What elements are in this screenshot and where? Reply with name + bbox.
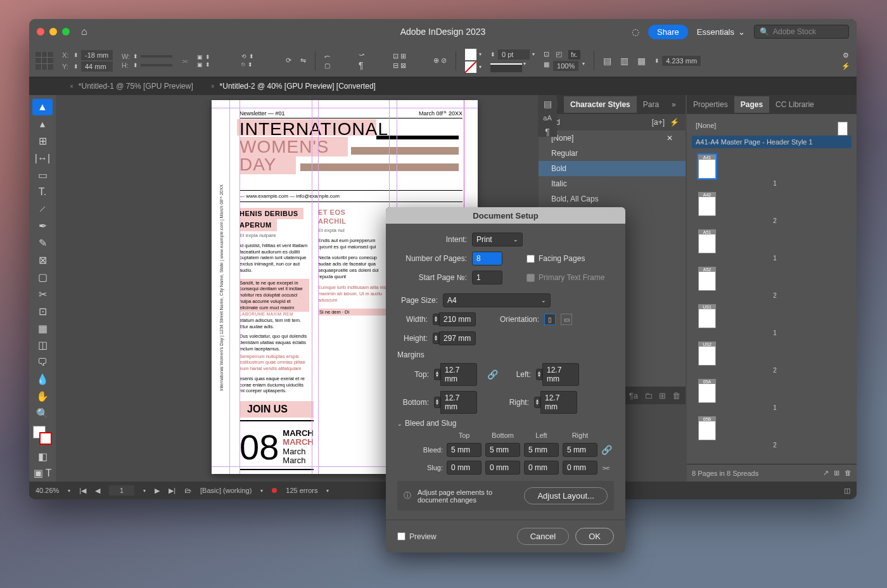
new-icon[interactable]: ⊞ xyxy=(659,391,666,400)
direct-selection-tool[interactable]: ▴ xyxy=(32,116,53,132)
lightning-icon[interactable]: ⚡ xyxy=(841,62,850,70)
scissors-tool[interactable]: ✂ xyxy=(32,286,53,302)
page-thumb[interactable]: 05B xyxy=(698,416,716,440)
maximize-window-button[interactable] xyxy=(62,28,70,35)
bleed-bottom[interactable]: 5 mm xyxy=(485,443,520,457)
link-slug-icon[interactable]: ⫘ xyxy=(601,463,614,473)
primary-text-frame-checkbox[interactable]: Primary Text Frame xyxy=(526,273,604,282)
zoom-level[interactable]: 40.26% xyxy=(35,487,59,494)
rectangle-frame-tool[interactable]: ⊠ xyxy=(32,252,53,269)
gradient-swatch-tool[interactable]: ▦ xyxy=(32,320,53,336)
page-size-select[interactable]: A4⌄ xyxy=(443,293,551,307)
doc-tab-2[interactable]: ×*Untitled-2 @ 40% [GPU Preview] [Conver… xyxy=(202,79,385,93)
view-mode-icon[interactable]: ▣ T xyxy=(32,465,53,482)
page-thumb[interactable]: US2 xyxy=(698,342,716,366)
pencil-tool[interactable]: ✎ xyxy=(32,235,53,252)
opacity-field[interactable]: 100% xyxy=(553,61,578,71)
free-transform-tool[interactable]: ⊡ xyxy=(32,303,53,319)
text-wrap-2-icon[interactable]: ▥ xyxy=(620,56,629,66)
next-page-icon[interactable]: ▶ xyxy=(155,487,160,495)
gradient-feather-tool[interactable]: ◫ xyxy=(32,337,53,354)
folder-icon[interactable]: 🗀 xyxy=(644,391,653,400)
link-margins-icon[interactable]: 🔗 xyxy=(487,369,498,380)
reference-point-grid[interactable] xyxy=(35,52,53,70)
bleed-slug-disclosure[interactable]: ⌄Bleed and Slug xyxy=(397,419,614,428)
constrain-icon[interactable]: ⫘ xyxy=(181,57,188,65)
facing-pages-checkbox[interactable]: Facing Pages xyxy=(526,254,585,263)
corner-icon[interactable]: ◰ xyxy=(556,50,562,60)
x-field[interactable]: -18 mm xyxy=(81,50,113,60)
mini-icon-2[interactable]: aA xyxy=(543,114,551,122)
undo-icon[interactable]: ⤺ xyxy=(324,53,350,61)
redo-icon[interactable]: ⤻ xyxy=(359,51,384,59)
ok-button[interactable]: OK xyxy=(575,528,614,545)
gap-tool[interactable]: |↔| xyxy=(32,150,53,167)
flip-h-icon[interactable]: ⇋ xyxy=(300,56,306,65)
center-icon[interactable]: ⊕ ⊘ xyxy=(433,56,447,65)
adjust-layout-button[interactable]: Adjust Layout... xyxy=(524,487,608,504)
delete-icon[interactable]: ✕ xyxy=(667,134,673,143)
preview-checkbox[interactable]: Preview xyxy=(397,532,437,541)
workspace-switcher[interactable]: Essentials⌄ xyxy=(697,27,745,37)
orientation-landscape[interactable]: ▭ xyxy=(561,314,572,325)
note-tool[interactable]: 🗨 xyxy=(32,354,53,371)
stroke-weight[interactable]: 0 pt xyxy=(498,49,530,60)
pen-tool[interactable]: ✒ xyxy=(32,218,53,234)
num-pages-input[interactable]: 8 xyxy=(472,252,502,265)
first-page-icon[interactable]: |◀ xyxy=(79,487,86,495)
auto-fit-icon[interactable]: ⊟ ⊠ xyxy=(393,61,424,70)
paragraph-icon[interactable]: ¶ xyxy=(359,60,384,70)
close-window-button[interactable] xyxy=(37,28,44,35)
panel-more-icon[interactable]: » xyxy=(665,96,682,113)
new-style-icon[interactable]: [a+] xyxy=(652,118,665,127)
h-field[interactable] xyxy=(141,64,172,67)
w-field[interactable] xyxy=(141,55,172,58)
tab-pages[interactable]: Pages xyxy=(734,96,769,113)
autofit-icon[interactable]: ⊡ xyxy=(544,50,549,60)
minimize-window-button[interactable] xyxy=(49,28,57,35)
styles-tab-char[interactable]: Character Styles xyxy=(564,96,637,113)
fill-stroke-swap[interactable] xyxy=(33,426,52,445)
close-icon[interactable]: × xyxy=(211,83,215,90)
height-input[interactable]: ▴▾297 mm xyxy=(433,331,476,345)
style-regular[interactable]: Regular xyxy=(539,146,686,161)
rotate-shear-group[interactable]: ⟲⬍ ⦸⬍ xyxy=(241,53,277,68)
bleed-left[interactable]: 5 mm xyxy=(524,443,559,457)
edit-page-icon[interactable]: ↗ xyxy=(823,469,829,477)
prev-page-icon[interactable]: ◀ xyxy=(95,487,100,495)
type-tool[interactable]: T. xyxy=(32,184,53,200)
rectangle-tool[interactable]: ▢ xyxy=(32,269,53,286)
page-thumb[interactable]: A41 xyxy=(698,155,716,179)
new-page-icon[interactable]: ⊞ xyxy=(834,469,839,477)
fill-dropdown-icon[interactable]: ▾ xyxy=(479,51,482,57)
margin-right-input[interactable]: ▴▾12.7 mm xyxy=(534,391,577,414)
close-icon[interactable]: × xyxy=(70,83,73,90)
bleed-right[interactable]: 5 mm xyxy=(563,443,597,457)
view-toggle-icon[interactable]: ◫ xyxy=(844,487,850,495)
style-none[interactable]: [None]✕ xyxy=(539,131,686,146)
margin-left-input[interactable]: ▴▾12.7 mm xyxy=(536,363,579,386)
line-tool[interactable]: ⟋ xyxy=(32,201,53,217)
adobe-stock-search[interactable]: 🔍Adobe Stock xyxy=(754,25,849,39)
start-page-input[interactable]: 1 xyxy=(472,271,502,284)
mini-icon-1[interactable]: ▤ xyxy=(544,99,552,109)
doc-tab-1[interactable]: ×*Untitled-1 @ 75% [GPU Preview] xyxy=(61,79,202,93)
opacity-icon[interactable]: ▦ xyxy=(544,61,549,71)
page-tool[interactable]: ⊞ xyxy=(32,133,53,150)
bulb-icon[interactable]: ◌ xyxy=(632,27,639,37)
columns-icon[interactable]: ▦ xyxy=(637,56,646,66)
page-number-field[interactable]: 1 xyxy=(109,485,134,495)
slug-left[interactable]: 0 mm xyxy=(524,461,559,475)
container-icon[interactable]: ▢ xyxy=(324,62,350,69)
clear-override-icon[interactable]: ⚡ xyxy=(670,118,679,127)
style-bold-caps[interactable]: Bold, All Caps xyxy=(539,191,686,207)
delete-page-icon[interactable]: 🗑 xyxy=(845,469,852,477)
tab-properties[interactable]: Properties xyxy=(687,96,734,113)
margin-top-input[interactable]: ▴▾12.7 mm xyxy=(434,363,477,386)
share-button[interactable]: Share xyxy=(648,25,688,39)
stepper-icon[interactable]: ⬍ xyxy=(73,52,79,58)
master-none[interactable]: [None] xyxy=(692,119,852,132)
eyedropper-tool[interactable]: 💧 xyxy=(32,371,53,388)
trash-icon[interactable]: 🗑 xyxy=(672,391,680,400)
orientation-portrait[interactable]: ▯ xyxy=(544,314,556,325)
